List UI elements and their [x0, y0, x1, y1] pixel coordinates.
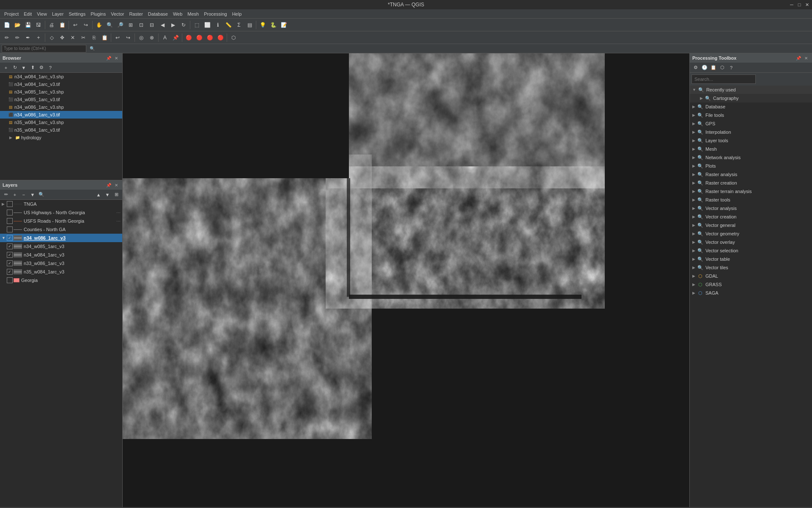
tree-item[interactable]: ⬛ n34_w084_1arc_v3.tif	[0, 80, 122, 88]
zoom-selection-btn[interactable]: ⊟	[147, 20, 157, 30]
proc-grass[interactable]: ▶ ⬡ GRASS	[690, 280, 812, 289]
tree-item[interactable]: ▤ n35_w084_1arc_v3.shp	[0, 119, 122, 126]
close-button[interactable]: ✕	[804, 1, 810, 8]
proc-interpolation[interactable]: ▶ 🔍 Interpolation	[690, 128, 812, 136]
layers-filter-btn[interactable]: ▼	[28, 190, 37, 199]
proc-gdal[interactable]: ▶ ⬡ GDAL	[690, 272, 812, 280]
zoom-out-btn[interactable]: 🔎	[115, 20, 125, 30]
attr-table-btn[interactable]: ▤	[244, 20, 255, 30]
pan-btn[interactable]: ✋	[94, 20, 104, 30]
proc-database[interactable]: ▶ 🔍 Database	[690, 102, 812, 111]
3d-btn[interactable]: ⬡	[228, 33, 239, 43]
locate-input[interactable]	[2, 45, 86, 52]
browser-refresh-btn[interactable]: ↻	[11, 64, 19, 72]
print-layout-btn[interactable]: 🖨	[47, 20, 57, 30]
proc-vector-analysis[interactable]: ▶ 🔍 Vector analysis	[690, 204, 812, 213]
menu-plugins[interactable]: Plugins	[88, 11, 108, 17]
layer-item-highways[interactable]: US Highways - North Georgia ⋯	[0, 208, 122, 217]
menu-help[interactable]: Help	[230, 11, 244, 17]
layer-checkbox-n35w084[interactable]: ✓	[7, 269, 13, 275]
proc-raster-creation[interactable]: ▶ 🔍 Raster creation	[690, 179, 812, 187]
layers-edit-btn[interactable]: ✏	[2, 190, 10, 199]
tree-item[interactable]: ⬛ n35_w084_1arc_v3.tif	[0, 126, 122, 134]
processing-close-btn[interactable]: ✕	[803, 55, 809, 61]
delete-ring-btn[interactable]: ⊗	[147, 33, 157, 43]
layer-checkbox-georgia[interactable]	[7, 277, 13, 283]
label-btn[interactable]: A	[160, 33, 170, 43]
proc-layer-tools[interactable]: ▶ 🔍 Layer tools	[690, 136, 812, 145]
save-project-btn[interactable]: 💾	[23, 20, 33, 30]
vertex-tool-btn[interactable]: ◇	[47, 33, 57, 43]
proc-help-btn[interactable]: ?	[727, 64, 735, 72]
proc-vector-tiles[interactable]: ▶ 🔍 Vector tiles	[690, 263, 812, 272]
proc-mesh[interactable]: ▶ 🔍 Mesh	[690, 145, 812, 153]
proc-raster-analysis[interactable]: ▶ 🔍 Raster analysis	[690, 170, 812, 179]
layer-checkbox-usfs[interactable]	[7, 218, 13, 224]
delete-selected-btn[interactable]: ✕	[68, 33, 78, 43]
redo-btn[interactable]: ↪	[81, 20, 91, 30]
layer-checkbox-n34w085[interactable]: ✓	[7, 243, 13, 249]
digitize-btn[interactable]: ✒	[23, 33, 33, 43]
browser-pin-btn[interactable]: 📌	[105, 55, 112, 61]
menu-edit[interactable]: Edit	[21, 11, 34, 17]
menu-layer[interactable]: Layer	[49, 11, 66, 17]
snap3-btn[interactable]: 🔴	[215, 33, 225, 43]
add-feature-btn[interactable]: +	[33, 33, 44, 43]
tree-item[interactable]: ⬛ n34_w085_1arc_v3.tif	[0, 96, 122, 103]
browser-close-btn[interactable]: ✕	[113, 55, 120, 61]
processing-search[interactable]	[691, 75, 756, 84]
edit-btn[interactable]: ✏	[12, 33, 22, 43]
maximize-button[interactable]: □	[796, 1, 803, 8]
layer-item-n34w084[interactable]: ✓ n34_w084_1arc_v3	[0, 251, 122, 259]
menu-processing[interactable]: Processing	[201, 11, 229, 17]
tree-item[interactable]: ▤ n34_w084_1arc_v3.shp	[0, 73, 122, 80]
paste-features-btn[interactable]: 📋	[99, 33, 110, 43]
proc-results-btn[interactable]: 📋	[709, 64, 718, 72]
layer-options-icon[interactable]: ⋯	[116, 210, 121, 215]
identify-btn[interactable]: ℹ	[213, 20, 223, 30]
layer-options-icon[interactable]: ⋯	[116, 219, 121, 224]
layer-checkbox-tnga[interactable]	[7, 201, 13, 207]
undo-btn[interactable]: ↩	[70, 20, 80, 30]
deselect-btn[interactable]: ⬜	[202, 20, 212, 30]
select-feature-btn[interactable]: ⬚	[192, 20, 202, 30]
snap2-btn[interactable]: 🔴	[205, 33, 215, 43]
layer-item-counties[interactable]: Counties - North GA	[0, 225, 122, 234]
move-feature-btn[interactable]: ✥	[57, 33, 67, 43]
menu-project[interactable]: Project	[2, 11, 21, 17]
map-canvas[interactable]	[123, 53, 689, 507]
proc-vector-selection[interactable]: ▶ 🔍 Vector selection	[690, 246, 812, 255]
layer-checkbox-counties[interactable]	[7, 226, 13, 232]
proc-vector-table[interactable]: ▶ 🔍 Vector table	[690, 255, 812, 263]
add-ring-btn[interactable]: ◎	[136, 33, 146, 43]
log-btn[interactable]: 📝	[279, 20, 289, 30]
menu-raster[interactable]: Raster	[126, 11, 145, 17]
layer-item-n35w084[interactable]: ✓ n35_w084_1arc_v3	[0, 268, 122, 276]
proc-history-btn[interactable]: 🕐	[700, 64, 709, 72]
layer-checkbox-n34w084[interactable]: ✓	[7, 252, 13, 258]
tips-btn[interactable]: 💡	[258, 20, 268, 30]
layers-expand-btn[interactable]: ⊞	[112, 190, 121, 199]
tree-item[interactable]: ▤ n34_w085_1arc_v3.shp	[0, 88, 122, 96]
layer-checkbox-n34w086[interactable]: ✓	[7, 235, 13, 241]
snapping-btn[interactable]: 🔴	[184, 33, 194, 43]
minimize-button[interactable]: ─	[788, 1, 795, 8]
browser-filter-btn[interactable]: ▼	[19, 64, 28, 72]
proc-models-btn[interactable]: ⬡	[718, 64, 727, 72]
layers-add-btn[interactable]: +	[11, 190, 19, 199]
new-project-btn[interactable]: 📄	[2, 20, 12, 30]
layer-checkbox-n33w086[interactable]: ✓	[7, 260, 13, 266]
layer-item-usfs[interactable]: USFS Roads - North Georgia ⋯	[0, 217, 122, 225]
zoom-prev-btn[interactable]: ◀	[157, 20, 167, 30]
cut-features-btn[interactable]: ✂	[78, 33, 88, 43]
zoom-in-btn[interactable]: 🔍	[104, 20, 115, 30]
layers-search-btn[interactable]: 🔍	[37, 190, 46, 199]
open-project-btn[interactable]: 📂	[12, 20, 22, 30]
layer-item-georgia[interactable]: Georgia	[0, 276, 122, 284]
tree-item-selected[interactable]: ⬛ n34_w086_1arc_v3.tif	[0, 111, 122, 119]
tree-item[interactable]: ▤ n34_w086_1arc_v3.shp	[0, 103, 122, 111]
proc-cartography-sub[interactable]: ▶ 🔍 Cartography	[690, 94, 812, 102]
menu-view[interactable]: View	[34, 11, 49, 17]
refresh-btn[interactable]: ↻	[178, 20, 189, 30]
layer-item-n33w086[interactable]: ✓ n33_w086_1arc_v3	[0, 259, 122, 268]
